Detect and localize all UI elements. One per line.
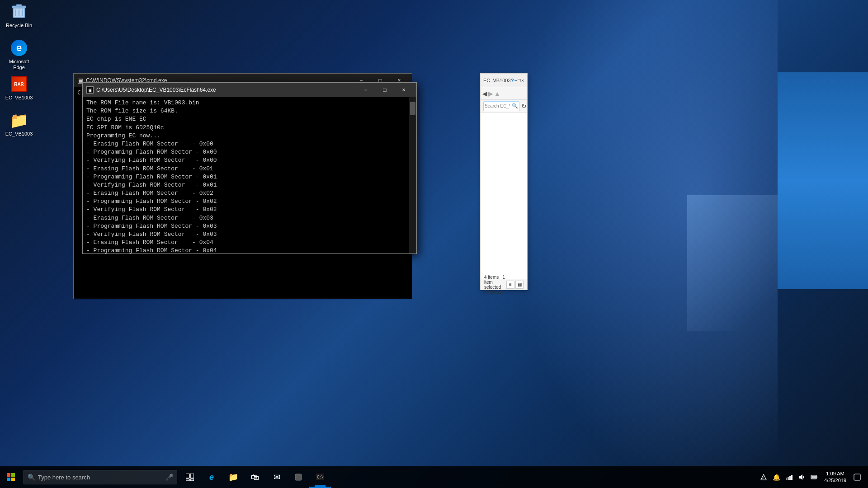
svg-rect-8 <box>7 478 10 481</box>
svg-rect-25 <box>816 476 817 478</box>
cmd-line: - Programming Flash ROM Sector - 0x00 <box>86 148 413 156</box>
explorer-search-row: 🔍 ↻ <box>481 100 527 113</box>
cmd-line: - Programming Flash ROM Sector - 0x03 <box>86 222 413 230</box>
explorer-minimize[interactable]: − <box>514 74 518 87</box>
taskbar-task-view[interactable] <box>179 466 201 488</box>
taskbar-tray: ^ 🔔 <box>754 466 868 488</box>
taskbar-store[interactable]: 🛍 <box>244 466 266 488</box>
rar-label: EC_VB1003 <box>5 95 33 101</box>
taskbar-file-explorer[interactable]: 📁 <box>222 466 244 488</box>
clock-date: 4/25/2019 <box>824 477 846 484</box>
explorer-window[interactable]: EC_VB1003 ? − □ × ◀ ▶ ▲ 🔍 ↻ 4 items 1 it… <box>480 73 528 290</box>
cmd-fg-close[interactable]: × <box>395 83 413 97</box>
explorer-title: EC_VB1003 <box>483 78 511 83</box>
explorer-statusbar: 4 items 1 item selected 27 bytes ≡ ▦ <box>481 279 527 290</box>
cmd-fg-controls: − □ × <box>357 83 413 97</box>
explorer-maximize[interactable]: □ <box>518 74 521 87</box>
svg-rect-13 <box>190 479 194 481</box>
clock-time: 1:09 AM <box>826 470 844 477</box>
svg-marker-23 <box>799 474 802 480</box>
cmd-line: - Programming Flash ROM Sector - 0x02 <box>86 197 413 206</box>
taskbar-cmd[interactable]: C:\> <box>309 466 331 488</box>
explorer-search-icon[interactable]: 🔍 <box>511 103 519 109</box>
svg-rect-2 <box>16 5 22 6</box>
cmd-line: - Verifying Flash ROM Sector - 0x01 <box>86 181 413 189</box>
explorer-up-btn[interactable]: ▲ <box>494 90 500 97</box>
cmd-line: Programming EC now... <box>86 132 413 140</box>
explorer-items-count: 4 items 1 item selected 27 bytes <box>484 275 506 295</box>
explorer-view-controls: ≡ ▦ <box>506 281 524 289</box>
cmd-fg-title: C:\Users\U5\Desktop\EC_VB1003\EcFlash64.… <box>96 87 357 93</box>
taskbar-mic-icon[interactable]: 🎤 <box>165 474 173 481</box>
svg-rect-14 <box>295 474 302 480</box>
desktop-icon-rar[interactable]: RAR EC_VB1003 <box>1 73 37 103</box>
svg-rect-9 <box>11 478 15 481</box>
desktop-icon-recycle-bin[interactable]: Recycle Bin <box>1 1 37 30</box>
svg-rect-27 <box>854 474 860 480</box>
folder-icon: 📁 <box>10 111 28 129</box>
cmd-line: - Erasing Flash ROM Sector - 0x04 <box>86 239 413 247</box>
taskbar-edge[interactable]: e <box>201 466 222 488</box>
cmd-line: - Erasing Flash ROM Sector - 0x02 <box>86 189 413 197</box>
svg-rect-19 <box>786 478 787 480</box>
cmd-line: - Erasing Flash ROM Sector - 0x03 <box>86 214 413 222</box>
start-button[interactable] <box>0 466 22 488</box>
svg-rect-6 <box>7 473 10 477</box>
tray-action-center[interactable]: 🔔 <box>770 466 783 488</box>
cmd-fg-maximize[interactable]: □ <box>376 83 394 97</box>
cmd-line: EC SPI ROM is GD25Q10c <box>86 124 413 132</box>
taskbar-mail[interactable]: ✉ <box>266 466 288 488</box>
cmd-line: - Verifying Flash ROM Sector - 0x00 <box>86 156 413 164</box>
svg-rect-12 <box>186 479 189 481</box>
explorer-forward-btn[interactable]: ▶ <box>488 90 493 97</box>
explorer-list-view-btn[interactable]: ≡ <box>506 281 514 289</box>
cmd-line: - Erasing Flash ROM Sector - 0x01 <box>86 165 413 173</box>
svg-rect-20 <box>788 477 789 480</box>
explorer-back-btn[interactable]: ◀ <box>482 90 487 97</box>
cmd-line: The ROM File name is: VB1003.bin <box>86 99 413 107</box>
explorer-search-bar[interactable]: 🔍 <box>483 101 519 111</box>
cmd-fg-titlebar[interactable]: ▣ C:\Users\U5\Desktop\EC_VB1003\EcFlash6… <box>83 83 416 97</box>
taskbar: 🔍 Type here to search 🎤 e 📁 🛍 <box>0 466 868 488</box>
cmd-output-lines: The ROM File name is: VB1003.binThe ROM … <box>86 99 413 253</box>
cmd-line: - Erasing Flash ROM Sector - 0x00 <box>86 140 413 148</box>
taskbar-search[interactable]: 🔍 Type here to search 🎤 <box>24 470 177 484</box>
cmd-line: - Verifying Flash ROM Sector - 0x03 <box>86 230 413 239</box>
explorer-close[interactable]: × <box>521 74 524 87</box>
tray-network[interactable] <box>783 466 795 488</box>
cmd-line: EC chip is ENE EC <box>86 115 413 123</box>
svg-rect-21 <box>789 476 791 480</box>
taskbar-search-text: Type here to search <box>38 474 90 481</box>
cmd-scrollbar[interactable] <box>409 97 416 253</box>
tray-battery[interactable] <box>808 466 821 488</box>
recycle-bin-icon <box>10 3 28 21</box>
svg-rect-22 <box>791 475 793 480</box>
cmd-line: - Verifying Flash ROM Sector - 0x02 <box>86 206 413 214</box>
taskbar-app-unknown[interactable] <box>288 466 309 488</box>
desktop-icon-folder[interactable]: 📁 EC_VB1003 <box>1 109 37 139</box>
cmd-line: - Programming Flash ROM Sector - 0x04 <box>86 247 413 253</box>
svg-text:^: ^ <box>762 476 764 480</box>
cmd-scroll-thumb[interactable] <box>410 102 415 115</box>
svg-rect-10 <box>186 474 189 478</box>
taskbar-clock[interactable]: 1:09 AM 4/25/2019 <box>821 466 850 488</box>
desktop: Recycle Bin e Microsoft Edge RAR EC_VB10… <box>0 0 868 488</box>
decorative-window <box>778 72 868 289</box>
cmd-fg-minimize[interactable]: − <box>357 83 375 97</box>
tray-network-flyout[interactable]: ^ <box>757 466 770 488</box>
svg-rect-11 <box>190 474 194 478</box>
svg-rect-7 <box>11 473 15 477</box>
explorer-help[interactable]: ? <box>511 74 514 87</box>
explorer-detail-view-btn[interactable]: ▦ <box>515 281 524 289</box>
desktop-icon-edge[interactable]: e Microsoft Edge <box>1 37 37 72</box>
explorer-titlebar[interactable]: EC_VB1003 ? − □ × <box>481 74 527 87</box>
rar-icon: RAR <box>10 75 28 93</box>
tray-volume[interactable] <box>795 466 808 488</box>
notification-button[interactable] <box>850 466 864 488</box>
cmd-line: - Programming Flash ROM Sector - 0x01 <box>86 173 413 181</box>
cmd-window-foreground[interactable]: ▣ C:\Users\U5\Desktop\EC_VB1003\EcFlash6… <box>82 82 417 254</box>
explorer-search-input[interactable] <box>484 103 511 108</box>
svg-text:C:\>: C:\> <box>317 475 324 479</box>
explorer-refresh-btn[interactable]: ↻ <box>521 103 527 110</box>
cmd-fg-content: The ROM File name is: VB1003.binThe ROM … <box>83 97 416 253</box>
